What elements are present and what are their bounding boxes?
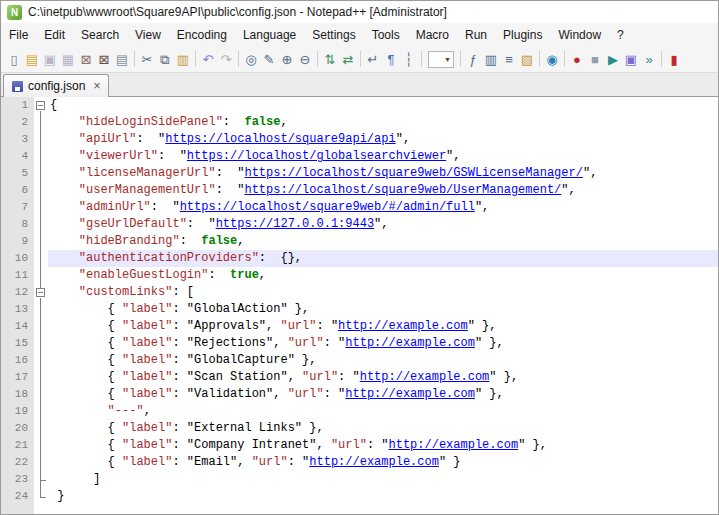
new-file-icon[interactable]: ▯ xyxy=(5,50,23,69)
save-icon[interactable]: ▣ xyxy=(41,50,59,69)
close-file-icon[interactable]: ⊠ xyxy=(77,50,95,69)
toolbar: ▯▤▣▦⊠⊠▤✂⧉▥↶↷◎✎⊕⊖⇅⇄↵¶┆▼ƒ▥≡▧◉●■▶▣»▮ xyxy=(1,46,718,73)
fold-line xyxy=(40,386,41,403)
code-line[interactable]: "gseUrlDefault": "https://127.0.0.1:9443… xyxy=(48,216,718,233)
sync-horizontal-scroll-icon[interactable]: ⇄ xyxy=(339,50,357,69)
fold-line xyxy=(40,403,41,420)
code-line[interactable]: "customLinks": [ xyxy=(48,284,718,301)
paste-icon[interactable]: ▥ xyxy=(174,50,192,69)
folder-workspace-icon[interactable]: ▧ xyxy=(518,50,536,69)
code-line[interactable]: } xyxy=(48,488,718,505)
code-line[interactable]: "viewerUrl": "https://localhost/globalse… xyxy=(48,148,718,165)
fold-line xyxy=(40,352,41,369)
sync-vertical-scroll-icon[interactable]: ⇅ xyxy=(321,50,339,69)
code-line-row: 11 "enableGuestLogin": true, xyxy=(1,267,718,284)
macro-stop-icon[interactable]: ■ xyxy=(586,50,604,69)
document-map-icon[interactable]: ▥ xyxy=(482,50,500,69)
word-wrap-icon[interactable]: ↵ xyxy=(364,50,382,69)
code-line[interactable]: { "label": "Approvals", "url": "http://e… xyxy=(48,318,718,335)
code-line-row: 10 "authenticationProviders": {}, xyxy=(1,250,718,267)
code-line[interactable]: { "label": "Scan Station", "url": "http:… xyxy=(48,369,718,386)
function-list-icon[interactable]: ƒ xyxy=(464,50,482,69)
code-line[interactable]: { "label": "Company Intranet", "url": "h… xyxy=(48,437,718,454)
code-line[interactable]: "hideBranding": false, xyxy=(48,233,718,250)
menu-encoding[interactable]: Encoding xyxy=(169,23,235,46)
code-line-row: 1{ xyxy=(1,97,718,114)
code-line[interactable]: "licenseManagerUrl": "https://localhost/… xyxy=(48,165,718,182)
code-line[interactable]: { "label": "External Links" }, xyxy=(48,420,718,437)
menu-window[interactable]: Window xyxy=(550,23,609,46)
fold-end-icon xyxy=(40,480,46,481)
copy-icon[interactable]: ⧉ xyxy=(156,50,174,69)
indent-guide-icon[interactable]: ┆ xyxy=(400,50,418,69)
fold-collapse-icon[interactable] xyxy=(36,101,45,110)
code-line[interactable]: { "label": "GlobalAction" }, xyxy=(48,301,718,318)
fold-line xyxy=(40,148,41,165)
menu-run[interactable]: Run xyxy=(457,23,495,46)
code-line[interactable]: { "label": "Email", "url": "http://examp… xyxy=(48,454,718,471)
tab-saved-icon xyxy=(12,81,23,92)
code-line[interactable]: "authenticationProviders": {}, xyxy=(48,250,718,267)
code-line[interactable]: { "label": "Validation", "url": "http://… xyxy=(48,386,718,403)
save-all-icon[interactable]: ▦ xyxy=(59,50,77,69)
toolbar-separator xyxy=(661,51,662,67)
code-line-row: 7 "adminUrl": "https://localhost/square9… xyxy=(1,199,718,216)
undo-icon[interactable]: ↶ xyxy=(199,50,217,69)
menu-plugins[interactable]: Plugins xyxy=(495,23,550,46)
code-line-row: 2 "hideLoginSidePanel": false, xyxy=(1,114,718,131)
menu-help[interactable]: ? xyxy=(609,23,632,46)
menu-edit[interactable]: Edit xyxy=(36,23,73,46)
close-all-icon[interactable]: ⊠ xyxy=(95,50,113,69)
menu-tools[interactable]: Tools xyxy=(364,23,408,46)
code-line-row: 8 "gseUrlDefault": "https://127.0.0.1:94… xyxy=(1,216,718,233)
code-line[interactable]: "adminUrl": "https://localhost/square9we… xyxy=(48,199,718,216)
fold-margin[interactable] xyxy=(34,284,48,301)
fold-margin xyxy=(34,216,48,233)
document-list-icon[interactable]: ≡ xyxy=(500,50,518,69)
editor-empty-area xyxy=(1,505,718,514)
fold-collapse-icon[interactable] xyxy=(36,288,45,297)
line-number: 4 xyxy=(1,148,34,165)
menu-search[interactable]: Search xyxy=(73,23,127,46)
code-line[interactable]: ] xyxy=(48,471,718,488)
user-defined-language-combo[interactable]: ▼ xyxy=(428,51,454,68)
replace-icon[interactable]: ✎ xyxy=(260,50,278,69)
tab-config-json[interactable]: config.json × xyxy=(3,74,109,97)
code-line[interactable]: "apiUrl": "https://localhost/square9api/… xyxy=(48,131,718,148)
code-line-row: 12 "customLinks": [ xyxy=(1,284,718,301)
fold-margin xyxy=(34,420,48,437)
code-line[interactable]: "enableGuestLogin": true, xyxy=(48,267,718,284)
open-folder-icon[interactable]: ▤ xyxy=(23,50,41,69)
cut-icon[interactable]: ✂ xyxy=(138,50,156,69)
menu-macro[interactable]: Macro xyxy=(408,23,457,46)
code-line[interactable]: "---", xyxy=(48,403,718,420)
plugin-command-icon[interactable]: ▮ xyxy=(665,50,683,69)
fold-margin[interactable] xyxy=(34,97,48,114)
menu-settings[interactable]: Settings xyxy=(304,23,363,46)
print-icon[interactable]: ▤ xyxy=(113,50,131,69)
code-line[interactable]: { "label": "Rejections", "url": "http://… xyxy=(48,335,718,352)
toolbar-separator xyxy=(421,51,422,67)
menu-language[interactable]: Language xyxy=(235,23,304,46)
menu-file[interactable]: File xyxy=(1,23,36,46)
code-line[interactable]: "userManagementUrl": "https://localhost/… xyxy=(48,182,718,199)
macro-play-icon[interactable]: ▶ xyxy=(604,50,622,69)
menu-view[interactable]: View xyxy=(127,23,169,46)
line-number: 16 xyxy=(1,352,34,369)
zoom-in-icon[interactable]: ⊕ xyxy=(278,50,296,69)
macro-run-multiple-icon[interactable]: » xyxy=(640,50,658,69)
zoom-out-icon[interactable]: ⊖ xyxy=(296,50,314,69)
tab-close-icon[interactable]: × xyxy=(93,80,100,92)
macro-save-icon[interactable]: ▣ xyxy=(622,50,640,69)
redo-icon[interactable]: ↷ xyxy=(217,50,235,69)
code-line[interactable]: { "label": "GlobalCapture" }, xyxy=(48,352,718,369)
monitoring-eye-icon[interactable]: ◉ xyxy=(543,50,561,69)
code-line[interactable]: "hideLoginSidePanel": false, xyxy=(48,114,718,131)
toolbar-separator xyxy=(134,51,135,67)
show-all-chars-icon[interactable]: ¶ xyxy=(382,50,400,69)
fold-margin xyxy=(34,403,48,420)
find-icon[interactable]: ◎ xyxy=(242,50,260,69)
code-line-row: 18 { "label": "Validation", "url": "http… xyxy=(1,386,718,403)
code-line[interactable]: { xyxy=(48,97,718,114)
macro-record-icon[interactable]: ● xyxy=(568,50,586,69)
